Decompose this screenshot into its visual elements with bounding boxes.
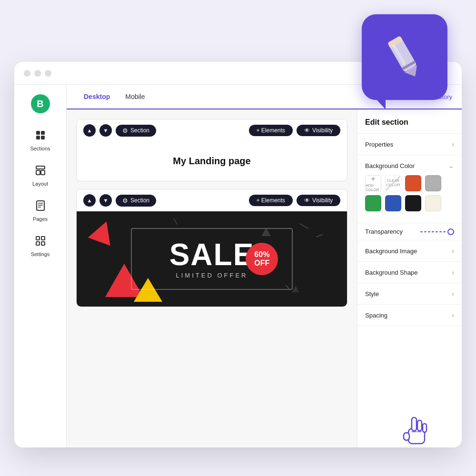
spacing-chevron: › [452, 311, 454, 319]
bg-color-chevron: ⌄ [448, 162, 454, 169]
svg-rect-24 [423, 424, 426, 432]
swatch-green[interactable] [365, 195, 381, 211]
clear-color-button[interactable]: CLEAR COLOR [385, 175, 401, 191]
section-2-label: Section [130, 197, 149, 204]
section-1-up-button[interactable]: ▲ [83, 124, 96, 137]
section-2-button[interactable]: ⚙ Section [116, 195, 156, 207]
svg-rect-12 [37, 201, 44, 210]
sale-main-text: SALE [169, 239, 255, 270]
style-chevron: › [452, 290, 454, 298]
svg-rect-11 [41, 170, 45, 175]
add-color-text: ADD COLOR [366, 183, 381, 192]
swatch-gray[interactable] [425, 175, 441, 191]
section-1-button[interactable]: ⚙ Section [116, 125, 156, 137]
window-dot-2 [34, 70, 41, 77]
content-area: ▲ ▼ ⚙ Section + Elements 👁 [67, 109, 462, 447]
swatch-blue[interactable] [385, 195, 401, 211]
canvas: ▲ ▼ ⚙ Section + Elements 👁 [67, 109, 357, 447]
deco-tri-1 [261, 228, 271, 236]
section-1-elements-label: + Elements [257, 127, 285, 134]
deco-tri-2 [292, 286, 299, 292]
transparency-row: Transparency [357, 223, 462, 240]
section-1-content: My Landing page [77, 141, 347, 181]
section-2-up-button[interactable]: ▲ [83, 194, 96, 207]
transparency-track[interactable] [420, 228, 454, 235]
swatch-cream[interactable] [425, 195, 441, 211]
transparency-label: Transparency [365, 228, 403, 235]
section-1-visibility-button[interactable]: 👁 Visibility [297, 125, 340, 136]
logo-letter: B [37, 99, 43, 109]
app-body: B Sections [14, 85, 462, 447]
swatch-black[interactable] [405, 195, 421, 211]
discount-badge: 60% OFF [246, 243, 278, 275]
svg-rect-9 [36, 166, 45, 169]
svg-rect-5 [36, 131, 40, 135]
discount-off: OFF [254, 259, 269, 268]
deco-line-1 [300, 223, 308, 229]
sidebar-item-pages[interactable]: Pages [21, 195, 60, 227]
sidebar-item-sections[interactable]: Sections [21, 125, 60, 156]
panel-row-bg-shape[interactable]: Background Shape › [357, 262, 462, 283]
bg-color-section: Background Color ⌄ + ADD COLOR CLEAR [357, 155, 462, 223]
gear-2-icon: ⚙ [122, 197, 128, 204]
bg-color-header[interactable]: Background Color ⌄ [365, 162, 454, 169]
pencil-icon [378, 31, 431, 83]
sections-label: Sections [30, 146, 50, 151]
svg-rect-19 [41, 242, 45, 245]
desktop-tab[interactable]: Desktop [76, 89, 118, 104]
clear-color-text: CLEAR COLOR [386, 179, 401, 188]
svg-rect-21 [404, 433, 409, 440]
plus-icon: + [371, 175, 375, 183]
svg-rect-23 [417, 420, 422, 431]
style-label: Style [365, 290, 379, 298]
section-2-visibility-button[interactable]: 👁 Visibility [297, 195, 340, 206]
section-2-elements-button[interactable]: + Elements [249, 195, 293, 206]
section-1-label: Section [130, 127, 149, 134]
section-1-elements-button[interactable]: + Elements [249, 125, 293, 136]
visibility-2-label: Visibility [312, 197, 333, 204]
sidebar: B Sections [14, 85, 67, 447]
color-grid: + ADD COLOR CLEAR COLOR [365, 175, 454, 211]
settings-label: Settings [31, 251, 50, 257]
panel-row-bg-image[interactable]: Background Image › [357, 240, 462, 262]
bg-shape-chevron: › [452, 268, 454, 276]
sidebar-logo: B [31, 94, 50, 113]
section-2-elements-label: + Elements [257, 197, 285, 204]
add-color-button[interactable]: + ADD COLOR [365, 175, 381, 191]
track-dot-2 [424, 231, 426, 232]
sale-text-group: SALE LIMITED OFFER 60% OFF [169, 239, 255, 279]
panel-title: Edit section [357, 109, 462, 134]
svg-rect-18 [36, 242, 40, 245]
sidebar-item-settings[interactable]: Settings [21, 230, 60, 262]
panel-row-properties[interactable]: Properties › [357, 134, 462, 155]
section-2-down-button[interactable]: ▼ [99, 194, 112, 207]
section-1-toolbar: ▲ ▼ ⚙ Section + Elements 👁 [77, 119, 347, 141]
panel-row-spacing[interactable]: Spacing › [357, 305, 462, 326]
spacing-label: Spacing [365, 312, 387, 319]
track-dots [420, 231, 446, 232]
section-card-1: ▲ ▼ ⚙ Section + Elements 👁 [76, 119, 347, 181]
properties-chevron: › [452, 140, 454, 148]
mobile-tab[interactable]: Mobile [118, 89, 152, 104]
layout-icon [35, 165, 46, 179]
gear-icon: ⚙ [122, 127, 128, 134]
sections-icon [35, 129, 46, 144]
pages-icon [35, 200, 46, 214]
section-1-down-button[interactable]: ▼ [99, 124, 112, 137]
properties-label: Properties [365, 141, 393, 148]
track-dot-1 [420, 231, 423, 232]
visibility-1-label: Visibility [312, 127, 333, 134]
sidebar-item-layout[interactable]: Layout [21, 160, 60, 191]
pages-label: Pages [33, 216, 48, 222]
bg-shape-label: Background Shape [365, 269, 418, 276]
window-controls [24, 70, 51, 77]
discount-percent: 60% [254, 250, 269, 259]
deco-line-2 [316, 234, 323, 237]
svg-rect-8 [41, 136, 45, 139]
bg-image-chevron: › [452, 247, 454, 255]
right-panel: Edit section Properties › Background Col… [357, 109, 462, 447]
panel-row-style[interactable]: Style › [357, 283, 462, 305]
swatch-orange[interactable] [405, 175, 421, 191]
transparency-thumb[interactable] [447, 228, 454, 235]
window-dot-3 [45, 70, 51, 77]
